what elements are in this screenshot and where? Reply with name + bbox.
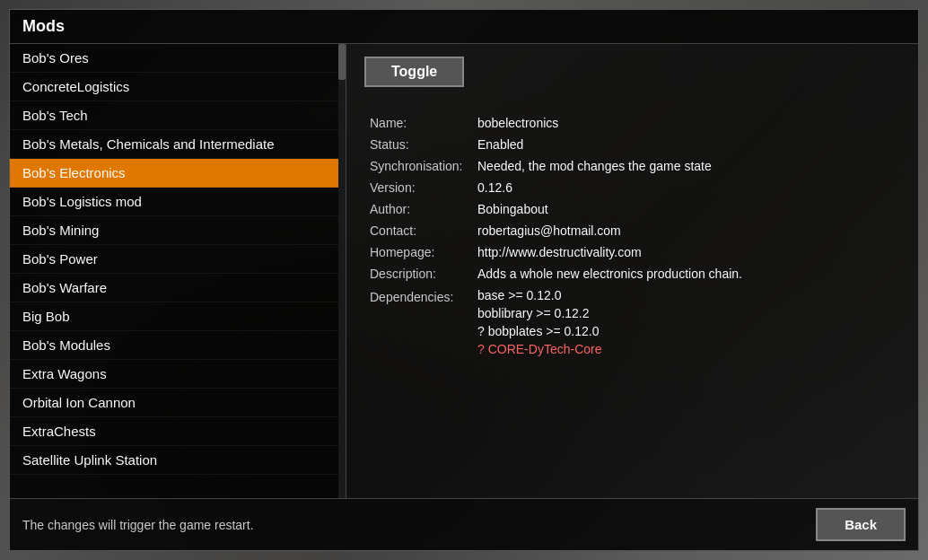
dep-list: base >= 0.12.0 boblibrary >= 0.12.2 ? bo…: [477, 288, 895, 356]
version-label: Version:: [364, 177, 472, 198]
panel-body: Bob's OresConcreteLogisticsBob's TechBob…: [10, 44, 918, 498]
scrollbar-thumb[interactable]: [338, 44, 346, 80]
detail-name-row: Name: bobelectronics: [364, 112, 900, 134]
detail-dependencies-row: Dependencies: base >= 0.12.0 boblibrary …: [364, 284, 900, 360]
detail-table: Name: bobelectronics Status: Enabled Syn…: [364, 112, 900, 360]
toggle-button[interactable]: Toggle: [364, 57, 464, 87]
mod-list-item-bobs-power[interactable]: Bob's Power: [10, 245, 346, 274]
mod-list-item-bobs-modules[interactable]: Bob's Modules: [10, 331, 346, 360]
detail-sync-row: Synchronisation: Needed, the mod changes…: [364, 155, 900, 177]
author-value: Bobingabout: [472, 198, 900, 220]
author-label: Author:: [364, 198, 472, 220]
mod-list-item-bobs-tech[interactable]: Bob's Tech: [10, 101, 346, 130]
dependencies-label: Dependencies:: [364, 284, 472, 360]
mod-list-item-bobs-electronics[interactable]: Bob's Electronics: [10, 159, 346, 188]
status-label: Status:: [364, 134, 472, 155]
dep-item-2: boblibrary >= 0.12.2: [477, 306, 895, 320]
mod-list-item-extra-chests[interactable]: ExtraChests: [10, 417, 346, 446]
detail-contact-row: Contact: robertagius@hotmail.com: [364, 220, 900, 241]
dependencies-values: base >= 0.12.0 boblibrary >= 0.12.2 ? bo…: [472, 284, 900, 360]
name-label: Name:: [364, 112, 472, 134]
status-value: Enabled: [472, 134, 900, 155]
mod-list-item-bobs-warfare[interactable]: Bob's Warfare: [10, 274, 346, 302]
mod-list-item-bobs-metals[interactable]: Bob's Metals, Chemicals and Intermediate: [10, 130, 346, 159]
name-value: bobelectronics: [472, 112, 900, 134]
dep-item-4: ? CORE-DyTech-Core: [477, 342, 895, 356]
homepage-label: Homepage:: [364, 241, 472, 263]
mod-list: Bob's OresConcreteLogisticsBob's TechBob…: [10, 44, 346, 498]
sync-label: Synchronisation:: [364, 155, 472, 177]
mod-list-item-bobs-logistics[interactable]: Bob's Logistics mod: [10, 188, 346, 216]
main-panel: Mods Bob's OresConcreteLogisticsBob's Te…: [9, 9, 919, 551]
mod-list-item-big-bob[interactable]: Big Bob: [10, 302, 346, 331]
mod-list-item-orbital-ion-cannon[interactable]: Orbital Ion Cannon: [10, 389, 346, 417]
scrollbar-track[interactable]: [338, 44, 346, 498]
mod-detail-panel: Toggle Name: bobelectronics Status: Enab…: [346, 44, 918, 498]
detail-author-row: Author: Bobingabout: [364, 198, 900, 220]
detail-status-row: Status: Enabled: [364, 134, 900, 155]
contact-value: robertagius@hotmail.com: [472, 220, 900, 241]
sync-value: Needed, the mod changes the game state: [472, 155, 900, 177]
detail-description-row: Description: Adds a whole new electronic…: [364, 263, 900, 284]
homepage-value: http://www.destructivality.com: [472, 241, 900, 263]
contact-label: Contact:: [364, 220, 472, 241]
mod-list-items: Bob's OresConcreteLogisticsBob's TechBob…: [10, 44, 346, 475]
bottom-bar: The changes will trigger the game restar…: [10, 498, 918, 550]
dep-item-3: ? bobplates >= 0.12.0: [477, 324, 895, 338]
mod-list-item-bobs-ores[interactable]: Bob's Ores: [10, 44, 346, 73]
mod-list-item-concrete-logistics[interactable]: ConcreteLogistics: [10, 73, 346, 101]
detail-version-row: Version: 0.12.6: [364, 177, 900, 198]
mod-list-item-bobs-mining[interactable]: Bob's Mining: [10, 216, 346, 245]
mod-list-item-satellite-uplink[interactable]: Satellite Uplink Station: [10, 446, 346, 475]
dep-item-1: base >= 0.12.0: [477, 288, 895, 302]
back-button[interactable]: Back: [816, 508, 906, 541]
detail-homepage-row: Homepage: http://www.destructivality.com: [364, 241, 900, 263]
version-value: 0.12.6: [472, 177, 900, 198]
panel-title: Mods: [10, 10, 918, 44]
restart-notice: The changes will trigger the game restar…: [22, 518, 254, 532]
description-label: Description:: [364, 263, 472, 284]
mod-list-item-extra-wagons[interactable]: Extra Wagons: [10, 360, 346, 389]
description-value: Adds a whole new electronics production …: [472, 263, 900, 284]
